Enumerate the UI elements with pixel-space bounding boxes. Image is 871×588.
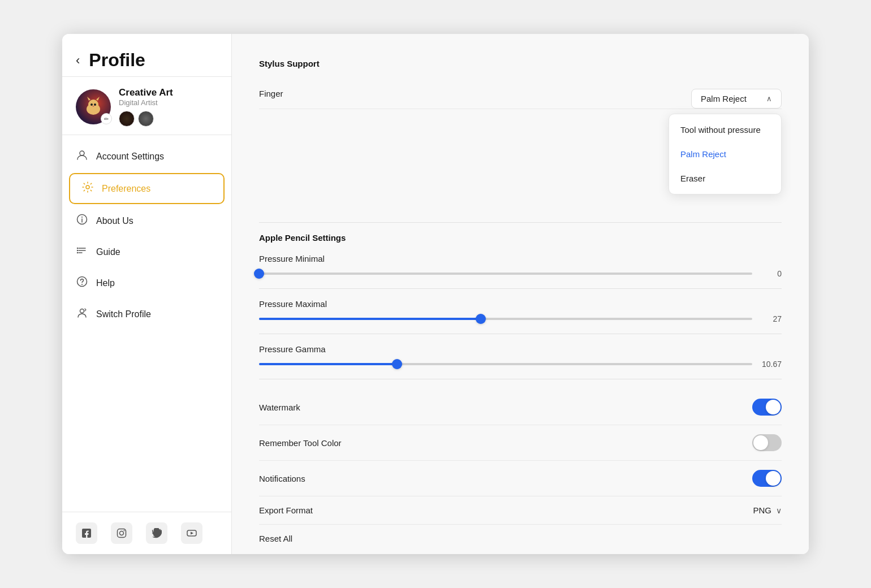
profile-avatars: [119, 111, 218, 127]
sidebar-item-about-us[interactable]: About Us: [62, 205, 231, 236]
finger-label: Finger: [259, 89, 283, 98]
finger-setting-row: Finger Palm Reject ∧ Tool without pressu…: [259, 80, 782, 109]
youtube-icon[interactable]: [181, 522, 202, 544]
info-icon: [76, 214, 88, 228]
pressure-minimal-label: Pressure Minimal: [259, 254, 782, 263]
guide-icon: [76, 245, 88, 259]
nav-label-preferences: Preferences: [102, 184, 150, 194]
pressure-maximal-slider-row: 27: [259, 314, 782, 323]
avatar-small-2[interactable]: [138, 111, 154, 127]
export-format-dropdown[interactable]: PNG ∨: [753, 505, 782, 515]
svg-point-12: [81, 217, 83, 218]
pressure-gamma-label: Pressure Gamma: [259, 344, 782, 354]
pressure-minimal-slider-row: 0: [259, 269, 782, 278]
dropdown-item-eraser[interactable]: Eraser: [669, 166, 781, 191]
finger-dropdown-wrap: Palm Reject ∧ Tool without pressure Palm…: [691, 89, 782, 109]
avatar: ✏: [76, 89, 111, 124]
notifications-row: Notifications: [259, 461, 782, 496]
profile-role: Digital Artist: [119, 98, 218, 107]
divider-after-gamma: [259, 379, 782, 379]
svg-point-6: [94, 103, 96, 106]
watermark-row: Watermark: [259, 390, 782, 425]
reset-all-label: Reset All: [259, 534, 292, 543]
watermark-label: Watermark: [259, 403, 300, 412]
nav-label-help: Help: [96, 278, 115, 288]
remember-tool-color-toggle-thumb: [753, 435, 768, 450]
pressure-minimal-slider[interactable]: [259, 273, 752, 275]
pressure-maximal-value: 27: [761, 314, 782, 323]
profile-name: Creative Art: [119, 87, 218, 98]
remember-tool-color-toggle[interactable]: [752, 434, 782, 451]
chevron-down-icon: ∨: [776, 506, 782, 515]
instagram-icon[interactable]: [111, 522, 132, 544]
svg-point-8: [80, 151, 84, 155]
sidebar-item-guide[interactable]: Guide: [62, 236, 231, 267]
svg-point-17: [77, 250, 78, 251]
svg-point-18: [77, 252, 78, 253]
svg-marker-4: [96, 97, 100, 101]
pressure-gamma-slider-row: 10.67: [259, 360, 782, 369]
nav-label-guide: Guide: [96, 247, 120, 257]
dropdown-item-palm-reject[interactable]: Palm Reject: [669, 142, 781, 166]
dropdown-item-tool-without-pressure[interactable]: Tool without pressure: [669, 118, 781, 142]
svg-point-21: [80, 309, 84, 313]
sidebar-item-help[interactable]: Help: [62, 267, 231, 299]
back-button[interactable]: ‹: [76, 54, 82, 67]
remember-tool-color-row: Remember Tool Color: [259, 425, 782, 461]
profile-info: Creative Art Digital Artist: [119, 87, 218, 127]
sidebar-footer: [62, 512, 231, 554]
finger-dropdown-menu: Tool without pressure Palm Reject Eraser: [669, 114, 782, 194]
finger-dropdown-selected: Palm Reject: [701, 94, 747, 103]
svg-point-20: [81, 284, 83, 285]
divider-after-maximal: [259, 334, 782, 334]
gear-icon: [81, 181, 94, 196]
sidebar-item-switch-profile[interactable]: Switch Profile: [62, 299, 231, 330]
export-format-value: PNG: [753, 505, 771, 515]
svg-point-23: [120, 531, 124, 535]
notifications-toggle[interactable]: [752, 470, 782, 487]
notifications-toggle-thumb: [766, 471, 781, 486]
finger-dropdown-button[interactable]: Palm Reject ∧: [691, 89, 782, 109]
nav-label-about-us: About Us: [96, 216, 133, 226]
watermark-toggle-thumb: [766, 400, 781, 414]
nav-label-switch-profile: Switch Profile: [96, 309, 151, 319]
pressure-minimal-row: Pressure Minimal 0: [259, 254, 782, 278]
pressure-gamma-row: Pressure Gamma 10.67: [259, 344, 782, 369]
pressure-gamma-value: 10.67: [761, 360, 782, 369]
svg-marker-3: [87, 97, 90, 101]
nav-label-account-settings: Account Settings: [96, 152, 164, 162]
pressure-maximal-row: Pressure Maximal 27: [259, 299, 782, 323]
svg-point-2: [88, 100, 98, 110]
svg-marker-26: [191, 532, 193, 535]
svg-point-5: [90, 103, 93, 106]
twitter-icon[interactable]: [146, 522, 167, 544]
app-window: ‹ Profile ✏: [62, 34, 809, 554]
svg-point-16: [77, 248, 78, 249]
svg-point-7: [93, 106, 94, 107]
profile-section: ✏ Creative Art Digital Artist: [62, 77, 231, 135]
notifications-label: Notifications: [259, 474, 305, 483]
reset-all-row: Reset All: [259, 525, 782, 552]
edit-avatar-button[interactable]: ✏: [101, 113, 112, 124]
pressure-gamma-slider[interactable]: [259, 363, 752, 365]
sidebar-item-preferences[interactable]: Preferences: [69, 173, 225, 204]
watermark-toggle[interactable]: [752, 399, 782, 416]
sidebar-header: ‹ Profile: [62, 34, 231, 77]
svg-point-9: [86, 185, 89, 189]
pressure-minimal-value: 0: [761, 269, 782, 278]
person-icon: [76, 149, 88, 163]
export-format-row: Export Format PNG ∨: [259, 496, 782, 525]
sidebar-item-account-settings[interactable]: Account Settings: [62, 141, 231, 172]
apple-pencil-label: Apple Pencil Settings: [259, 233, 782, 243]
export-format-label: Export Format: [259, 505, 313, 515]
svg-point-24: [124, 530, 125, 531]
remember-tool-color-label: Remember Tool Color: [259, 438, 342, 448]
chevron-up-icon: ∧: [766, 94, 772, 103]
svg-rect-22: [118, 529, 126, 538]
avatar-small-1[interactable]: [119, 111, 135, 127]
divider-after-minimal: [259, 288, 782, 289]
pressure-maximal-slider[interactable]: [259, 318, 752, 320]
facebook-icon[interactable]: [76, 522, 97, 544]
sidebar: ‹ Profile ✏: [62, 34, 232, 554]
switch-profile-icon: [76, 307, 88, 321]
